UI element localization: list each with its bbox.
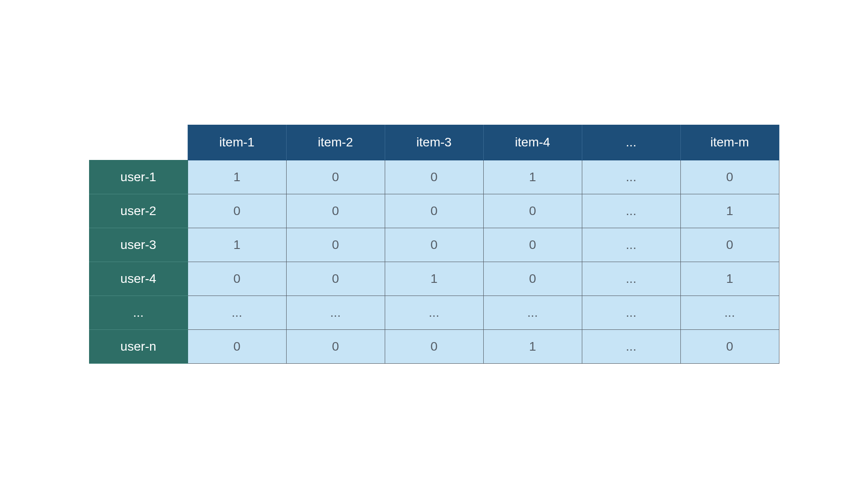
data-cell: 0 xyxy=(286,194,385,228)
data-cell: ... xyxy=(582,194,680,228)
data-cell: ... xyxy=(188,296,286,329)
data-cell: 0 xyxy=(286,329,385,363)
row-header: user-2 xyxy=(89,194,188,228)
data-cell: 0 xyxy=(680,329,779,363)
data-cell: 1 xyxy=(680,194,779,228)
data-cell: ... xyxy=(582,329,680,363)
data-cell: ... xyxy=(483,296,582,329)
data-cell: 1 xyxy=(680,262,779,296)
data-cell: 1 xyxy=(188,160,286,194)
col-header: item-m xyxy=(680,125,779,160)
data-cell: 0 xyxy=(483,228,582,262)
row-header: user-3 xyxy=(89,228,188,262)
data-cell: ... xyxy=(582,228,680,262)
data-cell: ... xyxy=(286,296,385,329)
data-cell: 0 xyxy=(385,228,483,262)
col-header: item-4 xyxy=(483,125,582,160)
data-cell: 0 xyxy=(680,228,779,262)
data-cell: 1 xyxy=(483,329,582,363)
data-cell: 0 xyxy=(483,262,582,296)
data-cell: ... xyxy=(582,296,680,329)
data-cell: 1 xyxy=(188,228,286,262)
col-header: item-3 xyxy=(385,125,483,160)
table-row-ellipsis: ... ... ... ... ... ... ... xyxy=(89,296,779,329)
row-header: user-4 xyxy=(89,262,188,296)
row-header-ellipsis: ... xyxy=(89,296,188,329)
data-cell: 0 xyxy=(286,160,385,194)
row-header: user-n xyxy=(89,329,188,363)
table-row: user-3 1 0 0 0 ... 0 xyxy=(89,228,779,262)
data-cell: 0 xyxy=(188,262,286,296)
table-row: user-4 0 0 1 0 ... 1 xyxy=(89,262,779,296)
data-cell: 0 xyxy=(286,228,385,262)
data-cell: ... xyxy=(582,160,680,194)
data-cell: 0 xyxy=(680,160,779,194)
data-cell: 0 xyxy=(286,262,385,296)
matrix-table: item-1 item-2 item-3 item-4 ... item-m u… xyxy=(89,125,779,364)
data-cell: 0 xyxy=(385,194,483,228)
row-header: user-1 xyxy=(89,160,188,194)
data-cell: 1 xyxy=(385,262,483,296)
data-cell: ... xyxy=(582,262,680,296)
user-item-matrix: item-1 item-2 item-3 item-4 ... item-m u… xyxy=(89,125,779,364)
data-cell: 0 xyxy=(385,160,483,194)
data-cell: 0 xyxy=(483,194,582,228)
data-cell: 0 xyxy=(188,329,286,363)
corner-cell xyxy=(89,125,188,160)
header-row: item-1 item-2 item-3 item-4 ... item-m xyxy=(89,125,779,160)
data-cell: ... xyxy=(680,296,779,329)
data-cell: ... xyxy=(385,296,483,329)
col-header-ellipsis: ... xyxy=(582,125,680,160)
data-cell: 1 xyxy=(483,160,582,194)
table-row: user-n 0 0 0 1 ... 0 xyxy=(89,329,779,363)
table-row: user-1 1 0 0 1 ... 0 xyxy=(89,160,779,194)
data-cell: 0 xyxy=(188,194,286,228)
table-row: user-2 0 0 0 0 ... 1 xyxy=(89,194,779,228)
data-cell: 0 xyxy=(385,329,483,363)
col-header: item-1 xyxy=(188,125,286,160)
col-header: item-2 xyxy=(286,125,385,160)
